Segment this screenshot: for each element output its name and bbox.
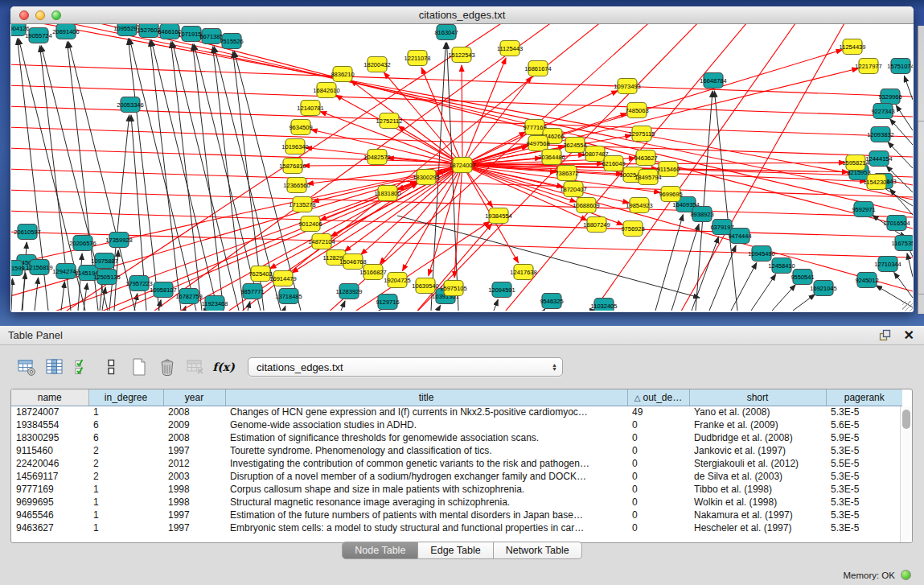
network-canvas[interactable]: 2190412619055724206914061095529715276026… <box>11 24 913 311</box>
graph-node[interactable]: 12156819 <box>26 260 52 275</box>
graph-node[interactable]: 11125443 <box>497 41 523 56</box>
graph-node[interactable]: 12710344 <box>874 257 901 272</box>
graph-node[interactable]: 12417638 <box>510 265 536 280</box>
function-builder-icon[interactable]: f(x) <box>213 356 234 377</box>
table-cell[interactable]: 1998 <box>163 483 225 496</box>
table-row[interactable]: 946362711997Embryonic stem cells: a mode… <box>11 521 902 534</box>
graph-node[interactable]: 11831800 <box>375 186 401 201</box>
graph-node[interactable]: 9699695 <box>659 187 682 202</box>
table-cell[interactable]: 9699695 <box>11 496 88 509</box>
column-header-out_de[interactable]: △out_de… <box>627 389 689 406</box>
table-cell[interactable]: 18724007 <box>11 406 88 418</box>
table-row[interactable]: 1830029562008Estimation of significance … <box>11 431 902 444</box>
table-cell[interactable]: 5.5E-5 <box>826 457 902 470</box>
memory-status-indicator[interactable] <box>901 570 911 580</box>
table-cell[interactable]: Wolkin et al. (1998) <box>689 496 826 509</box>
graph-node[interactable]: 11283929 <box>336 284 363 299</box>
graph-node[interactable]: 12217977 <box>855 59 881 74</box>
table-cell[interactable]: 0 <box>627 509 689 521</box>
tab-network-table[interactable]: Network Table <box>494 542 582 559</box>
table-row[interactable]: 2242004622012Investigating the contribut… <box>11 457 902 470</box>
graph-node[interactable]: 10688609 <box>573 198 599 213</box>
select-all-icon[interactable] <box>72 356 93 377</box>
graph-node[interactable]: 18495794 <box>634 170 661 185</box>
table-cell[interactable]: Embryonic stem cells: a model to study s… <box>225 521 627 534</box>
graph-node[interactable]: 10196340 <box>281 139 308 154</box>
table-cell[interactable]: 5.3E-5 <box>826 521 902 534</box>
graph-node[interactable]: 9550541 <box>791 270 814 285</box>
graph-node[interactable]: 12975115 <box>629 126 655 142</box>
table-row[interactable]: 1456911722003Disruption of a novel membe… <box>11 470 902 483</box>
table-cell[interactable]: 2 <box>88 470 163 483</box>
table-cell[interactable]: 6 <box>88 418 163 431</box>
graph-node[interactable]: 16861674 <box>524 61 551 76</box>
graph-node[interactable]: 16914479 <box>269 271 296 286</box>
table-cell[interactable]: 1998 <box>163 496 225 509</box>
graph-node[interactable]: 18720407 <box>560 182 586 197</box>
table-cell[interactable]: 5.6E-5 <box>826 418 902 431</box>
table-cell[interactable]: Tibbo et al. (1998) <box>689 483 826 496</box>
table-cell[interactable]: 9465546 <box>11 509 88 521</box>
graph-node[interactable]: 18200432 <box>363 57 390 72</box>
graph-node[interactable]: 7386372 <box>555 166 578 181</box>
graph-node[interactable]: 17016504 <box>883 216 910 231</box>
tab-node-table[interactable]: Node Table <box>342 542 418 559</box>
graph-node[interactable]: 10958107 <box>150 282 176 298</box>
table-cell[interactable]: 19384554 <box>11 418 88 431</box>
table-cell[interactable]: 22420046 <box>11 457 88 470</box>
table-vertical-scrollbar[interactable] <box>900 406 912 542</box>
table-cell[interactable]: 0 <box>627 418 689 431</box>
graph-node[interactable]: 9463627 <box>634 150 657 166</box>
table-cell[interactable]: Hescheler et al. (1997) <box>689 521 826 534</box>
graph-node[interactable]: 9546325 <box>540 294 563 309</box>
graph-node[interactable]: 6216049 <box>602 156 625 171</box>
close-window-button[interactable] <box>19 10 29 20</box>
graph-node[interactable]: 20691406 <box>52 24 79 39</box>
graph-node[interactable]: 13718485 <box>275 289 302 304</box>
table-cell[interactable]: 5.3E-5 <box>826 444 902 457</box>
network-view-window[interactable]: citations_edges.txt 21904126190557242069… <box>10 6 914 312</box>
graph-node[interactable]: 19055724 <box>25 28 51 43</box>
graph-node[interactable]: 20610597 <box>14 225 40 240</box>
graph-node[interactable]: 9012406 <box>298 216 322 232</box>
table-cell[interactable]: Stergiakouli et al. (2012) <box>689 457 826 470</box>
graph-node[interactable]: 9331599 <box>11 261 25 276</box>
graph-node[interactable]: 20053346 <box>117 97 143 113</box>
graph-node[interactable]: 15166827 <box>359 265 386 280</box>
table-cell[interactable]: 0 <box>627 470 689 483</box>
graph-node[interactable]: 11254439 <box>840 39 866 55</box>
table-cell[interactable]: Structural magnetic resonance image aver… <box>225 496 627 509</box>
graph-node[interactable]: 7515526 <box>220 34 243 49</box>
table-cell[interactable]: 1997 <box>163 444 225 457</box>
graph-node[interactable]: 9634509 <box>289 120 312 135</box>
table-row[interactable]: 946554611997Estimation of the future num… <box>11 509 902 521</box>
table-cell[interactable]: 5.3E-5 <box>826 483 902 496</box>
graph-node[interactable]: 17957223 <box>125 276 152 291</box>
table-cell[interactable]: 0 <box>627 431 689 444</box>
table-cell[interactable]: Yano et al. (2008) <box>689 406 826 418</box>
graph-node[interactable]: 18807249 <box>583 217 610 233</box>
float-panel-icon[interactable] <box>879 329 891 341</box>
graph-node[interactable]: 10973493 <box>614 79 640 94</box>
graph-node[interactable]: 11542304 <box>864 175 890 190</box>
table-cell[interactable]: 9115460 <box>11 444 88 457</box>
table-cell[interactable]: 6 <box>88 431 163 444</box>
graph-node[interactable]: 12366560 <box>283 178 310 193</box>
scrollbar-thumb[interactable] <box>902 410 910 429</box>
graph-node[interactable]: 20364486 <box>538 150 565 165</box>
close-panel-icon[interactable]: ✕ <box>904 330 914 341</box>
graph-node[interactable]: 7625402 <box>248 266 272 282</box>
table-cell[interactable]: 5.3E-5 <box>826 406 902 418</box>
table-selector-dropdown[interactable]: citations_edges.txt ▲▼ <box>248 357 563 377</box>
table-cell[interactable]: Estimation of significance thresholds fo… <box>225 431 627 444</box>
table-cell[interactable]: 1 <box>88 496 163 509</box>
table-cell[interactable]: 5.3E-5 <box>826 496 902 509</box>
graph-node[interactable]: 10639540 <box>412 278 438 294</box>
column-header-short[interactable]: short <box>689 389 826 406</box>
graph-node[interactable]: 12458410 <box>768 258 795 274</box>
graph-node[interactable]: 9756928 <box>621 221 644 237</box>
delete-row-trash-icon[interactable] <box>157 356 178 377</box>
table-cell[interactable]: 49 <box>627 406 689 418</box>
table-cell[interactable]: 1 <box>88 521 163 534</box>
show-columns-icon[interactable] <box>44 356 65 377</box>
